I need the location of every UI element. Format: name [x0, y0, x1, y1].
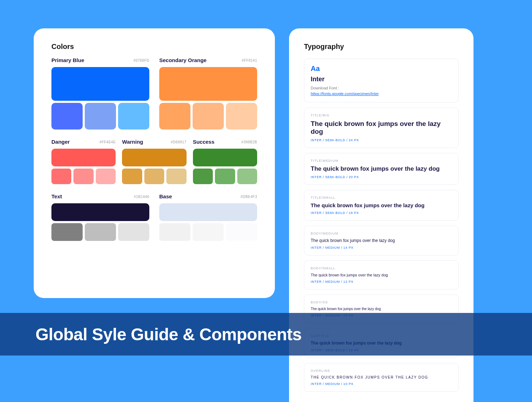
color-group-warning: Warning #D68917	[122, 139, 186, 184]
color-name-secondary: Secondary Orange	[159, 57, 206, 63]
spec-sample: The quick brown fox jumps over the lazy …	[311, 202, 452, 208]
swatch-primary-shade-2	[118, 103, 149, 130]
swatch-success-shade-2	[237, 169, 257, 184]
color-name-warning: Warning	[122, 139, 143, 145]
type-spec-body-small: BODY/SMALL The quick brown fox jumps ove…	[304, 260, 459, 290]
spec-sample: The quick brown fox jumps over the lazy …	[311, 120, 452, 136]
color-name-base: Base	[159, 193, 172, 199]
spec-line: INTER / MEDIUM / 12 PX	[311, 280, 452, 283]
spec-sample: The quick brown fox jumps over the lazy …	[311, 165, 452, 172]
color-hex-primary: #0768FD	[133, 59, 149, 62]
swatch-danger-shade-2	[96, 169, 116, 184]
swatch-text-shade-0	[51, 223, 83, 241]
type-spec-overline: OVERLINE THE QUICK BROWN FOX JUMPS OVER …	[304, 363, 459, 392]
swatch-danger-shade-0	[51, 169, 71, 184]
color-name-text: Text	[51, 193, 62, 199]
swatch-warning-shade-0	[122, 169, 142, 184]
color-group-text: Text #1B1446	[51, 193, 149, 241]
spec-label: BODY/XS	[311, 301, 452, 304]
spec-label: TITLE/MEDIUM	[311, 159, 452, 163]
spec-sample: The quick brown fox jumps over the lazy …	[311, 307, 452, 311]
color-group-danger: Danger #FF4E4E	[51, 139, 116, 184]
swatch-text-shade-1	[85, 223, 116, 241]
swatch-danger-shade-1	[73, 169, 93, 184]
spec-label: TITLE/BIG	[311, 114, 452, 117]
font-preview-aa: Aa	[311, 65, 452, 73]
swatch-primary-shade-0	[51, 103, 83, 130]
swatch-secondary-shade-0	[159, 103, 190, 130]
spec-label: TITLE/SMALL	[311, 196, 452, 199]
spec-line: INTER / SEMI-BOLD / 24 PX	[311, 138, 452, 142]
color-group-base: Base #DBE4F3	[159, 193, 257, 241]
colors-card: Colors Primary Blue #0768FD Secondary Or…	[34, 28, 275, 298]
color-group-secondary: Secondary Orange #FF9141	[159, 57, 257, 130]
type-spec-title-big: TITLE/BIG The quick brown fox jumps over…	[304, 108, 459, 148]
spec-label: BODY/MEDIUM	[311, 232, 452, 235]
color-name-danger: Danger	[51, 139, 70, 145]
swatch-base-shade-0	[159, 223, 190, 241]
spec-line: INTER / SEMI-BOLD / 20 PX	[311, 175, 452, 179]
swatch-success-shade-0	[193, 169, 213, 184]
spec-label: OVERLINE	[311, 369, 452, 373]
spec-label: BODY/SMALL	[311, 266, 452, 270]
spec-sample: THE QUICK BROWN FOX JUMPS OVER THE LAZY …	[311, 375, 452, 379]
title-banner-text: Global Syle Guide & Components	[35, 325, 301, 344]
swatch-success-main	[193, 149, 257, 166]
download-font-link[interactable]: https://fonts.google.com/specimen/Inter	[311, 92, 379, 96]
swatch-base-main	[159, 203, 257, 221]
swatch-secondary-main	[159, 67, 257, 101]
color-name-primary: Primary Blue	[51, 57, 84, 63]
spec-sample: The quick brown fox jumps over the lazy …	[311, 238, 452, 243]
color-hex-secondary: #FF9141	[242, 59, 257, 62]
color-hex-success: #398B2B	[241, 140, 257, 144]
swatch-warning-main	[122, 149, 186, 166]
color-name-success: Success	[193, 139, 215, 145]
swatch-danger-main	[51, 149, 116, 166]
swatch-warning-shade-2	[166, 169, 186, 184]
color-hex-text: #1B1446	[134, 195, 149, 199]
swatch-text-shade-2	[118, 223, 149, 241]
font-info-box: Aa Inter Download Font : https://fonts.g…	[304, 59, 459, 103]
color-hex-warning: #D68917	[171, 140, 187, 144]
swatch-base-shade-1	[193, 223, 224, 241]
spec-line: INTER / MEDIUM / 10 PX	[311, 382, 452, 386]
swatch-primary-shade-1	[85, 103, 116, 130]
typography-heading: Typography	[304, 43, 459, 51]
swatch-success-shade-1	[215, 169, 235, 184]
type-spec-title-small: TITLE/SMALL The quick brown fox jumps ov…	[304, 190, 459, 221]
colors-heading: Colors	[51, 43, 257, 51]
swatch-base-shade-2	[226, 223, 257, 241]
title-banner: Global Syle Guide & Components	[0, 313, 532, 356]
color-hex-base: #DBE4F3	[240, 195, 257, 199]
swatch-text-main	[51, 203, 149, 221]
swatch-warning-shade-1	[144, 169, 164, 184]
swatch-secondary-shade-1	[193, 103, 224, 130]
type-spec-body-medium: BODY/MEDIUM The quick brown fox jumps ov…	[304, 226, 459, 255]
font-name: Inter	[311, 76, 452, 83]
swatch-secondary-shade-2	[226, 103, 257, 130]
spec-sample: The quick brown fox jumps over the lazy …	[311, 273, 452, 277]
swatch-primary-main	[51, 67, 149, 101]
color-group-success: Success #398B2B	[193, 139, 257, 184]
color-hex-danger: #FF4E4E	[100, 140, 116, 144]
type-spec-title-medium: TITLE/MEDIUM The quick brown fox jumps o…	[304, 153, 459, 185]
download-label: Download Font :	[311, 86, 452, 90]
spec-line: INTER / MEDIUM / 14 PX	[311, 246, 452, 249]
color-group-primary: Primary Blue #0768FD	[51, 57, 149, 130]
spec-line: INTER / SEMI-BOLD / 18 PX	[311, 211, 452, 215]
